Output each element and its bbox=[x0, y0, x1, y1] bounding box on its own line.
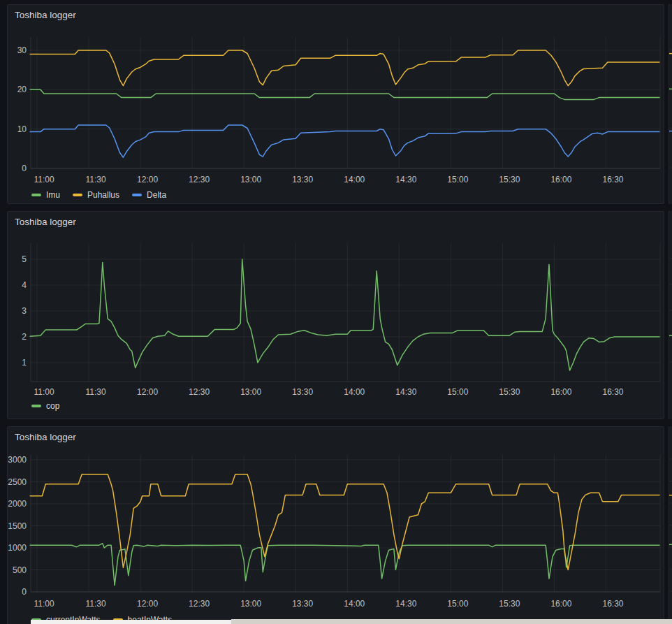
series-line-imu bbox=[30, 89, 659, 99]
time-series-plot[interactable]: 010203011:0011:3012:0012:3013:0013:3014:… bbox=[8, 5, 664, 203]
svg-text:11:30: 11:30 bbox=[85, 175, 105, 184]
svg-text:15:00: 15:00 bbox=[447, 387, 468, 397]
svg-text:3: 3 bbox=[22, 306, 27, 316]
svg-text:13:00: 13:00 bbox=[240, 387, 261, 397]
grid-lines bbox=[31, 455, 660, 592]
svg-text:13:00: 13:00 bbox=[240, 599, 261, 609]
legend-color-swatch bbox=[132, 194, 142, 196]
y-axis-labels: 12345 bbox=[22, 254, 27, 368]
svg-text:16:00: 16:00 bbox=[550, 175, 571, 184]
svg-text:14:30: 14:30 bbox=[395, 175, 416, 184]
svg-text:12:00: 12:00 bbox=[137, 175, 158, 184]
panel-toshiba-logger-1: Toshiba logger 010203011:0011:3012:0012:… bbox=[7, 4, 664, 204]
legend-color-swatch bbox=[73, 194, 82, 196]
panel-toshiba-logger-3: Toshiba logger 0500100015002000250030001… bbox=[7, 426, 664, 624]
svg-text:11:30: 11:30 bbox=[85, 387, 105, 397]
legend-color-swatch bbox=[31, 405, 41, 407]
svg-text:14:00: 14:00 bbox=[344, 387, 365, 397]
panel-sliver-right-2 bbox=[669, 211, 672, 419]
x-axis-labels: 11:0011:3012:0012:3013:0013:3014:0014:30… bbox=[34, 599, 623, 609]
svg-text:1000: 1000 bbox=[8, 543, 27, 553]
svg-text:3000: 3000 bbox=[8, 455, 27, 465]
svg-text:11:00: 11:00 bbox=[34, 599, 54, 609]
legend: ImuPuhallusDelta bbox=[31, 189, 657, 201]
svg-text:13:30: 13:30 bbox=[292, 175, 313, 184]
series-line-currentinwatts bbox=[30, 544, 659, 586]
svg-text:4: 4 bbox=[22, 280, 27, 290]
grafana-dashboard: Toshiba logger 010203011:0011:3012:0012:… bbox=[0, 0, 672, 624]
series-lines bbox=[30, 50, 659, 157]
svg-text:15:30: 15:30 bbox=[499, 387, 520, 397]
svg-text:16:00: 16:00 bbox=[550, 387, 571, 397]
window-edge-beige bbox=[231, 619, 672, 624]
legend-item-delta[interactable]: Delta bbox=[132, 190, 166, 200]
svg-text:11:00: 11:00 bbox=[34, 175, 54, 184]
legend-label: Imu bbox=[46, 190, 60, 200]
svg-text:12:00: 12:00 bbox=[137, 387, 158, 397]
legend-label: Delta bbox=[147, 190, 166, 200]
panel-sliver-right-1 bbox=[669, 4, 672, 204]
x-axis-labels: 11:0011:3012:0012:3013:0013:3014:0014:30… bbox=[34, 175, 623, 184]
grid-lines bbox=[31, 243, 660, 382]
window-edge-white bbox=[31, 620, 231, 624]
svg-text:11:30: 11:30 bbox=[85, 599, 105, 609]
svg-text:12:30: 12:30 bbox=[189, 599, 210, 609]
legend-item-imu[interactable]: Imu bbox=[31, 190, 60, 200]
y-axis-labels: 050010001500200025003000 bbox=[8, 455, 27, 597]
svg-text:15:00: 15:00 bbox=[447, 175, 468, 184]
series-lines bbox=[30, 474, 659, 586]
svg-text:14:30: 14:30 bbox=[395, 387, 416, 397]
svg-text:15:30: 15:30 bbox=[499, 175, 520, 184]
svg-text:13:30: 13:30 bbox=[292, 387, 313, 397]
time-series-plot[interactable]: 05001000150020002500300011:0011:3012:001… bbox=[8, 427, 664, 624]
svg-text:0: 0 bbox=[22, 587, 27, 597]
svg-text:12:30: 12:30 bbox=[189, 175, 210, 184]
svg-text:10: 10 bbox=[17, 124, 27, 134]
svg-text:2500: 2500 bbox=[8, 477, 27, 487]
svg-text:12:00: 12:00 bbox=[137, 599, 158, 609]
svg-text:1500: 1500 bbox=[8, 521, 27, 531]
y-axis-labels: 0102030 bbox=[17, 45, 27, 173]
svg-text:14:30: 14:30 bbox=[395, 599, 416, 609]
svg-text:500: 500 bbox=[13, 565, 27, 575]
svg-text:16:30: 16:30 bbox=[602, 387, 623, 397]
legend-label: cop bbox=[46, 401, 59, 411]
time-series-plot[interactable]: 1234511:0011:3012:0012:3013:0013:3014:00… bbox=[8, 212, 664, 419]
panel-sliver-right-3 bbox=[669, 426, 672, 624]
grid-lines bbox=[31, 37, 660, 168]
svg-text:14:00: 14:00 bbox=[344, 175, 365, 184]
series-line-delta bbox=[30, 125, 659, 157]
svg-text:2: 2 bbox=[22, 332, 27, 342]
svg-text:13:30: 13:30 bbox=[292, 599, 313, 609]
svg-text:16:00: 16:00 bbox=[550, 599, 571, 609]
svg-text:15:30: 15:30 bbox=[499, 599, 520, 609]
svg-text:13:00: 13:00 bbox=[240, 175, 261, 184]
legend-item-puhallus[interactable]: Puhallus bbox=[73, 190, 119, 200]
x-axis-labels: 11:0011:3012:0012:3013:0013:3014:0014:30… bbox=[34, 387, 623, 397]
svg-text:16:30: 16:30 bbox=[602, 599, 623, 609]
svg-text:15:00: 15:00 bbox=[447, 599, 468, 609]
series-line-heatinwatts bbox=[30, 474, 659, 570]
series-line-cop bbox=[30, 259, 659, 370]
series-line-puhallus bbox=[30, 50, 659, 86]
legend-color-swatch bbox=[31, 194, 41, 196]
svg-text:14:00: 14:00 bbox=[344, 599, 365, 609]
svg-text:11:00: 11:00 bbox=[34, 387, 54, 397]
svg-text:12:30: 12:30 bbox=[189, 387, 210, 397]
legend: cop bbox=[31, 400, 657, 412]
svg-text:0: 0 bbox=[22, 164, 27, 173]
series-lines bbox=[30, 259, 659, 370]
svg-text:2000: 2000 bbox=[8, 499, 27, 509]
legend-label: Puhallus bbox=[87, 190, 119, 200]
svg-text:30: 30 bbox=[17, 45, 27, 55]
svg-text:5: 5 bbox=[22, 254, 27, 264]
svg-text:1: 1 bbox=[22, 358, 27, 368]
svg-text:16:30: 16:30 bbox=[602, 175, 623, 184]
legend-item-cop[interactable]: cop bbox=[31, 401, 59, 411]
panel-toshiba-logger-2: Toshiba logger 1234511:0011:3012:0012:30… bbox=[7, 211, 664, 419]
svg-text:20: 20 bbox=[17, 85, 27, 94]
